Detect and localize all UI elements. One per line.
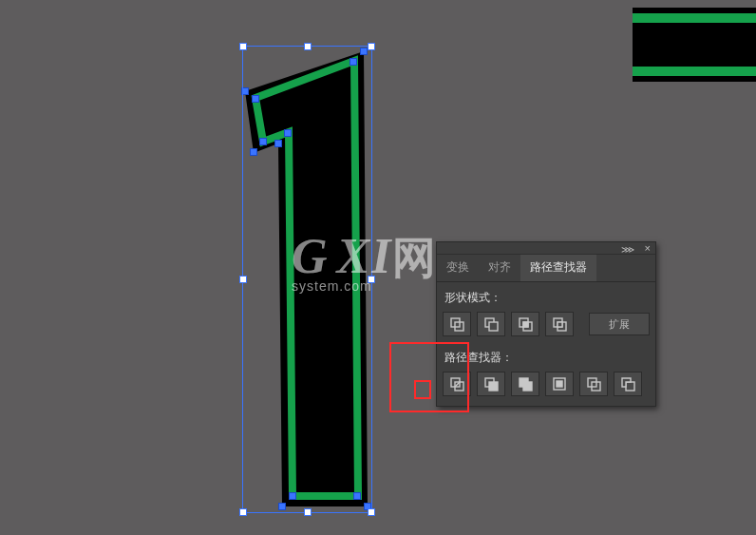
svg-rect-21 [626, 382, 634, 391]
annotation-highlight-small [414, 380, 431, 399]
resize-handle[interactable] [239, 43, 247, 50]
merge-button[interactable] [511, 372, 539, 396]
minus-back-icon [620, 376, 635, 392]
resize-handle[interactable] [304, 508, 312, 516]
shape-modes-row: 扩展 [437, 310, 655, 342]
svg-line-12 [455, 382, 460, 387]
resize-handle[interactable] [368, 508, 375, 516]
svg-rect-16 [523, 382, 532, 391]
outline-icon [586, 376, 601, 392]
minus-front-button[interactable] [477, 312, 505, 336]
close-icon[interactable]: × [645, 242, 651, 254]
merge-icon [518, 376, 533, 392]
minus-back-button[interactable] [614, 372, 642, 396]
pathfinders-row [437, 370, 655, 406]
svg-rect-6 [523, 322, 528, 327]
tab-pathfinder[interactable]: 路径查找器 [520, 255, 596, 281]
panel-menu-icon[interactable]: ⋙ [621, 244, 634, 255]
panel-header[interactable]: ⋙ × [437, 242, 655, 255]
svg-rect-14 [489, 382, 498, 391]
svg-rect-9 [558, 322, 562, 327]
intersect-icon [518, 316, 533, 332]
svg-rect-3 [489, 322, 498, 331]
unite-icon [449, 316, 464, 332]
tab-transform[interactable]: 变换 [437, 255, 479, 281]
unite-button[interactable] [443, 312, 471, 336]
trim-icon [483, 376, 499, 392]
crop-button[interactable] [545, 372, 574, 396]
resize-handle[interactable] [304, 43, 312, 50]
svg-rect-18 [557, 381, 562, 387]
selection-bounding-box[interactable] [242, 46, 372, 513]
crop-icon [552, 376, 567, 392]
exclude-button[interactable] [545, 312, 574, 336]
panel-tabs: 变换 对齐 路径查找器 [437, 255, 655, 282]
shape-modes-label: 形状模式： [437, 282, 655, 310]
tab-align[interactable]: 对齐 [479, 255, 520, 281]
resize-handle[interactable] [239, 276, 247, 283]
resize-handle[interactable] [368, 276, 375, 283]
color-swatch [633, 8, 756, 82]
intersect-button[interactable] [511, 312, 539, 336]
canvas[interactable]: GGXI网XI网 system.com ⋙ × 变换 对齐 路径查找器 形状模式… [0, 0, 756, 535]
resize-handle[interactable] [239, 508, 247, 516]
exclude-icon [552, 316, 567, 332]
minus-front-icon [483, 316, 499, 332]
divide-button[interactable] [443, 372, 471, 396]
expand-button[interactable]: 扩展 [589, 313, 650, 335]
divide-icon [449, 376, 464, 392]
outline-button[interactable] [579, 372, 608, 396]
resize-handle[interactable] [368, 43, 375, 50]
trim-button[interactable] [477, 372, 505, 396]
pathfinders-label: 路径查找器： [437, 342, 655, 370]
pathfinder-panel[interactable]: ⋙ × 变换 对齐 路径查找器 形状模式： 扩展 路径查找器： [436, 241, 656, 407]
